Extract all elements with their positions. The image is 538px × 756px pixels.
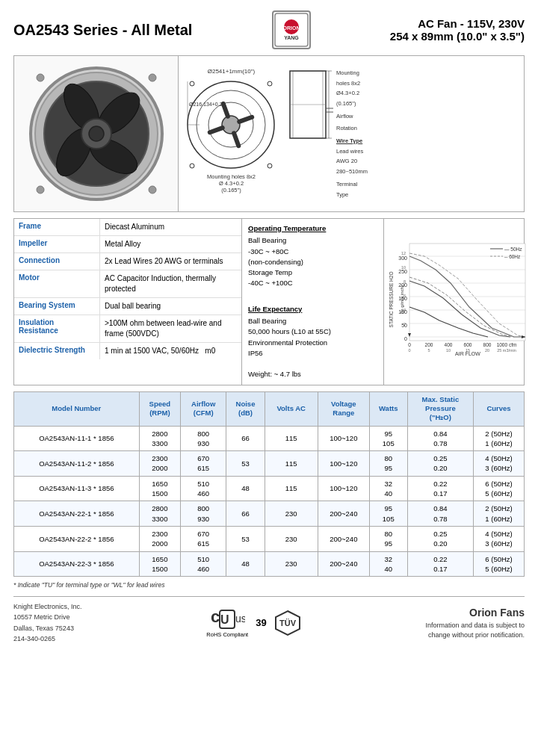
svg-text:6: 6 [404,294,406,298]
table-cell: 0.250.20 [407,526,473,551]
col-voltage-range: VoltageRange [318,391,369,426]
disclaimer: Information and data is subject tochange… [425,621,525,641]
page: OA2543 Series - All Metal ORION YANG AC … [0,0,538,652]
footer-logos: c U us RoHS Compliant 39 TÜV [206,607,300,638]
weight: Weight: ~ 4.7 lbs [248,369,377,379]
svg-text:0: 0 [408,348,410,353]
orion-logo: ORION YANG [272,10,311,49]
table-cell: 6 (50Hz)5 (60Hz) [474,476,525,501]
svg-text:1000 cfm: 1000 cfm [497,342,517,347]
spec-label-dielectric: Dielectric Strength [14,343,100,359]
table-cell: 0.840.78 [407,426,473,451]
spec-value-connection: 2x Lead Wires 20 AWG or terminals [100,253,241,270]
spec-label-motor: Motor [14,270,100,297]
operating-temp-title: Operating Temperature [248,223,377,234]
spec-connection: Connection 2x Lead Wires 20 AWG or termi… [14,253,241,270]
series-title: OA2543 Series - All Metal [13,22,192,39]
col-model: Model Number [14,391,140,426]
spec-value-motor: AC Capacitor Induction, thermally protec… [100,270,241,297]
spec-insulation: Insulation Resistance >100M ohm between … [14,315,241,343]
svg-text:0: 0 [404,336,407,341]
table-cell: 2 (50Hz)1 (60Hz) [474,501,525,527]
table-cell: 0.840.78 [407,501,473,527]
table-cell: 670615 [181,526,226,551]
svg-text:2: 2 [404,322,406,326]
table-cell: 0.220.17 [407,551,473,577]
table-cell: 95105 [369,501,407,527]
col-curves: Curves [474,391,525,426]
spec-frame: Frame Diecast Aluminum [14,219,241,236]
table-cell: 200~240 [318,526,369,551]
svg-point-31 [268,164,272,168]
spec-value-impeller: Metal Alloy [100,236,241,252]
svg-text:800: 800 [483,342,492,347]
header: OA2543 Series - All Metal ORION YANG AC … [13,10,525,49]
operating-storage-title: Storage Temp [248,267,377,278]
svg-text:8: 8 [404,279,406,284]
life-title: Life Expectancy [248,304,377,315]
footer-address: Knight Electronics, Inc. 10557 Metric Dr… [13,601,82,645]
col-speed: Speed(RPM) [139,391,180,426]
svg-line-24 [210,128,223,132]
svg-text:U: U [220,613,229,626]
table-cell: 4 (50Hz)3 (60Hz) [474,526,525,551]
footer-brand: Orion Fans Information and data is subje… [425,605,525,641]
table-cell: 230 [265,501,318,527]
svg-point-28 [190,81,194,86]
table-row: OA2543AN-11-2 * 185623002000670615531151… [14,451,525,477]
svg-line-23 [234,133,238,146]
svg-point-20 [222,116,240,134]
table-cell: 510460 [181,476,226,501]
operating-temp2: -40C ~ +100C [248,278,377,288]
table-cell: 0.220.17 [407,476,473,501]
svg-point-15 [37,186,44,193]
table-cell: 230 [265,551,318,577]
table-cell: 28003300 [139,426,180,451]
product-title: AC Fan - 115V, 230V [390,17,525,30]
table-cell: OA2543AN-11-1 * 1856 [14,426,140,451]
table-cell: 800930 [181,426,226,451]
performance-chart: STATIC PRESSURE H2O (in g/mm inch) AIR F… [384,219,536,385]
spec-motor: Motor AC Capacitor Induction, thermally … [14,270,241,298]
fan-photo [14,56,179,211]
table-cell: 23002000 [139,451,180,477]
table-cell: 8095 [369,526,407,551]
svg-text:4: 4 [404,308,406,312]
table-row: OA2543AN-11-3 * 185616501500510460481151… [14,476,525,501]
col-volts: Volts AC [265,391,318,426]
table-cell: OA2543AN-22-3 * 1856 [14,551,140,577]
life-hours: 50,000 hours (L10 at 55C) [248,326,377,337]
svg-point-14 [149,74,156,81]
svg-text:12: 12 [401,251,406,255]
spec-bearing: Bearing System Dual ball bearing [14,298,241,315]
spec-label-connection: Connection [14,253,100,270]
spec-label-impeller: Impeller [14,236,100,252]
diagram-section: Ø2541+1mm(10") [13,55,525,212]
table-cell: 6 (50Hz)5 (60Hz) [474,551,525,577]
table-cell: 200~240 [318,501,369,527]
spec-value-dielectric: 1 min at 1500 VAC, 50/60Hz m0 [100,343,241,359]
product-info: AC Fan - 115V, 230V 254 x 89mm (10.0" x … [390,17,525,43]
svg-text:— 50Hz: — 50Hz [504,247,522,252]
footnote: * Indicate "TU" for terminal type or "WL… [13,581,525,589]
spec-impeller: Impeller Metal Alloy [14,236,241,253]
env-value: IP56 [248,348,377,359]
table-cell: 100~120 [318,426,369,451]
svg-point-16 [149,186,156,193]
model-table: Model Number Speed(RPM) Airflow(CFM) Noi… [13,391,525,577]
specs-middle: Operating Temperature Ball Bearing -30C … [242,219,384,385]
spec-label-insulation: Insulation Resistance [14,315,100,342]
spec-label-bearing: Bearing System [14,298,100,315]
svg-text:Ø216.134+0.2: Ø216.134+0.2 [189,102,223,107]
table-cell: 100~120 [318,451,369,477]
table-cell: OA2543AN-11-3 * 1856 [14,476,140,501]
env-title: Environmental Protection [248,338,377,348]
svg-text:c: c [211,607,220,626]
svg-text:STATIC PRESSURE H2O: STATIC PRESSURE H2O [389,272,394,328]
table-cell: 23002000 [139,526,180,551]
svg-text:YANG: YANG [284,35,299,40]
table-cell: 16501500 [139,476,180,501]
table-cell: 115 [265,476,318,501]
svg-text:0: 0 [408,342,411,347]
table-cell: 28003300 [139,501,180,527]
